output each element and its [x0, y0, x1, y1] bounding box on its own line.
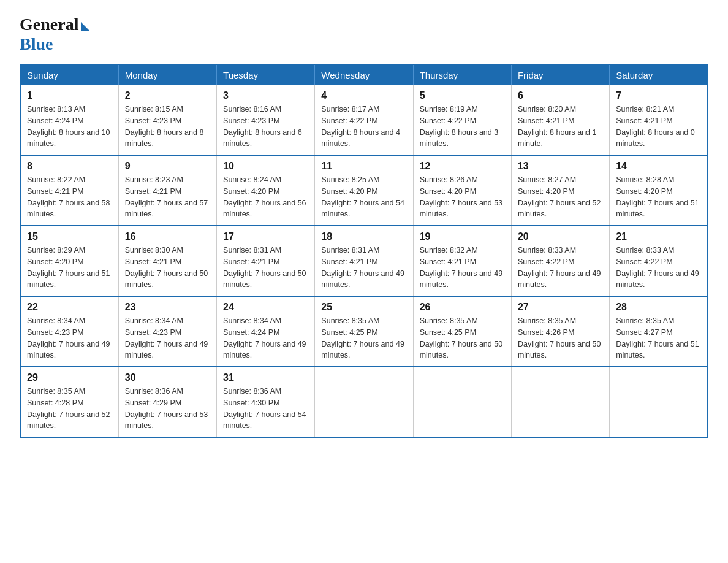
calendar-cell: 27Sunrise: 8:35 AMSunset: 4:26 PMDayligh… — [511, 296, 609, 367]
calendar-cell — [413, 367, 511, 437]
logo-blue-text: Blue — [20, 34, 53, 54]
day-info: Sunrise: 8:27 AMSunset: 4:20 PMDaylight:… — [518, 174, 603, 220]
calendar-cell: 17Sunrise: 8:31 AMSunset: 4:21 PMDayligh… — [217, 226, 315, 296]
day-number: 29 — [27, 372, 112, 383]
calendar-cell: 20Sunrise: 8:33 AMSunset: 4:22 PMDayligh… — [511, 226, 609, 296]
calendar-cell: 6Sunrise: 8:20 AMSunset: 4:21 PMDaylight… — [511, 85, 609, 155]
day-number: 22 — [27, 302, 112, 313]
calendar-cell: 24Sunrise: 8:34 AMSunset: 4:24 PMDayligh… — [217, 296, 315, 367]
calendar-cell: 22Sunrise: 8:34 AMSunset: 4:23 PMDayligh… — [20, 296, 118, 367]
calendar-cell: 8Sunrise: 8:22 AMSunset: 4:21 PMDaylight… — [20, 155, 118, 226]
day-number: 11 — [321, 161, 406, 172]
day-number: 13 — [518, 161, 603, 172]
day-info: Sunrise: 8:33 AMSunset: 4:22 PMDaylight:… — [518, 245, 603, 291]
day-info: Sunrise: 8:21 AMSunset: 4:21 PMDaylight:… — [616, 104, 701, 150]
calendar-cell: 18Sunrise: 8:31 AMSunset: 4:21 PMDayligh… — [315, 226, 413, 296]
day-info: Sunrise: 8:33 AMSunset: 4:22 PMDaylight:… — [616, 245, 701, 291]
weekday-header-wednesday: Wednesday — [315, 64, 413, 85]
day-number: 27 — [518, 302, 603, 313]
day-number: 2 — [125, 90, 210, 101]
day-info: Sunrise: 8:35 AMSunset: 4:28 PMDaylight:… — [27, 386, 112, 432]
weekday-header-saturday: Saturday — [610, 64, 708, 85]
day-number: 19 — [420, 231, 505, 242]
day-info: Sunrise: 8:19 AMSunset: 4:22 PMDaylight:… — [420, 104, 505, 150]
day-number: 15 — [27, 231, 112, 242]
weekday-header-row: SundayMondayTuesdayWednesdayThursdayFrid… — [20, 64, 708, 85]
logo-general-text: General — [20, 15, 78, 34]
day-number: 14 — [616, 161, 701, 172]
day-info: Sunrise: 8:35 AMSunset: 4:26 PMDaylight:… — [518, 315, 603, 361]
calendar-cell: 2Sunrise: 8:15 AMSunset: 4:23 PMDaylight… — [118, 85, 216, 155]
calendar-cell: 14Sunrise: 8:28 AMSunset: 4:20 PMDayligh… — [610, 155, 708, 226]
day-number: 20 — [518, 231, 603, 242]
calendar-cell: 19Sunrise: 8:32 AMSunset: 4:21 PMDayligh… — [413, 226, 511, 296]
calendar-week-row: 22Sunrise: 8:34 AMSunset: 4:23 PMDayligh… — [20, 296, 708, 367]
day-info: Sunrise: 8:16 AMSunset: 4:23 PMDaylight:… — [223, 104, 308, 150]
day-info: Sunrise: 8:15 AMSunset: 4:23 PMDaylight:… — [125, 104, 210, 150]
calendar-week-row: 15Sunrise: 8:29 AMSunset: 4:20 PMDayligh… — [20, 226, 708, 296]
day-number: 26 — [420, 302, 505, 313]
day-number: 9 — [125, 161, 210, 172]
day-info: Sunrise: 8:34 AMSunset: 4:24 PMDaylight:… — [223, 315, 308, 361]
day-info: Sunrise: 8:32 AMSunset: 4:21 PMDaylight:… — [420, 245, 505, 291]
calendar-cell — [610, 367, 708, 437]
day-number: 30 — [125, 372, 210, 383]
calendar-cell: 3Sunrise: 8:16 AMSunset: 4:23 PMDaylight… — [217, 85, 315, 155]
calendar-cell: 11Sunrise: 8:25 AMSunset: 4:20 PMDayligh… — [315, 155, 413, 226]
day-number: 24 — [223, 302, 308, 313]
day-info: Sunrise: 8:34 AMSunset: 4:23 PMDaylight:… — [27, 315, 112, 361]
day-number: 1 — [27, 90, 112, 101]
day-info: Sunrise: 8:30 AMSunset: 4:21 PMDaylight:… — [125, 245, 210, 291]
day-info: Sunrise: 8:36 AMSunset: 4:30 PMDaylight:… — [223, 386, 308, 432]
logo: General Blue — [20, 15, 89, 54]
calendar-cell: 13Sunrise: 8:27 AMSunset: 4:20 PMDayligh… — [511, 155, 609, 226]
day-info: Sunrise: 8:28 AMSunset: 4:20 PMDaylight:… — [616, 174, 701, 220]
day-info: Sunrise: 8:13 AMSunset: 4:24 PMDaylight:… — [27, 104, 112, 150]
calendar-cell: 31Sunrise: 8:36 AMSunset: 4:30 PMDayligh… — [217, 367, 315, 437]
day-info: Sunrise: 8:31 AMSunset: 4:21 PMDaylight:… — [321, 245, 406, 291]
calendar-week-row: 29Sunrise: 8:35 AMSunset: 4:28 PMDayligh… — [20, 367, 708, 437]
calendar-table: SundayMondayTuesdayWednesdayThursdayFrid… — [20, 64, 708, 438]
day-info: Sunrise: 8:20 AMSunset: 4:21 PMDaylight:… — [518, 104, 603, 150]
calendar-cell — [315, 367, 413, 437]
weekday-header-tuesday: Tuesday — [217, 64, 315, 85]
calendar-cell: 15Sunrise: 8:29 AMSunset: 4:20 PMDayligh… — [20, 226, 118, 296]
day-number: 18 — [321, 231, 406, 242]
day-info: Sunrise: 8:35 AMSunset: 4:25 PMDaylight:… — [420, 315, 505, 361]
weekday-header-sunday: Sunday — [20, 64, 118, 85]
calendar-cell: 7Sunrise: 8:21 AMSunset: 4:21 PMDaylight… — [610, 85, 708, 155]
calendar-cell: 21Sunrise: 8:33 AMSunset: 4:22 PMDayligh… — [610, 226, 708, 296]
calendar-week-row: 1Sunrise: 8:13 AMSunset: 4:24 PMDaylight… — [20, 85, 708, 155]
day-info: Sunrise: 8:25 AMSunset: 4:20 PMDaylight:… — [321, 174, 406, 220]
calendar-cell: 26Sunrise: 8:35 AMSunset: 4:25 PMDayligh… — [413, 296, 511, 367]
day-info: Sunrise: 8:35 AMSunset: 4:25 PMDaylight:… — [321, 315, 406, 361]
day-number: 23 — [125, 302, 210, 313]
day-info: Sunrise: 8:36 AMSunset: 4:29 PMDaylight:… — [125, 386, 210, 432]
calendar-cell: 28Sunrise: 8:35 AMSunset: 4:27 PMDayligh… — [610, 296, 708, 367]
day-number: 16 — [125, 231, 210, 242]
day-info: Sunrise: 8:26 AMSunset: 4:20 PMDaylight:… — [420, 174, 505, 220]
calendar-cell — [511, 367, 609, 437]
day-number: 7 — [616, 90, 701, 101]
page-header: General Blue — [20, 15, 708, 54]
day-number: 10 — [223, 161, 308, 172]
day-number: 17 — [223, 231, 308, 242]
calendar-cell: 23Sunrise: 8:34 AMSunset: 4:23 PMDayligh… — [118, 296, 216, 367]
day-info: Sunrise: 8:31 AMSunset: 4:21 PMDaylight:… — [223, 245, 308, 291]
calendar-cell: 16Sunrise: 8:30 AMSunset: 4:21 PMDayligh… — [118, 226, 216, 296]
day-info: Sunrise: 8:17 AMSunset: 4:22 PMDaylight:… — [321, 104, 406, 150]
day-info: Sunrise: 8:24 AMSunset: 4:20 PMDaylight:… — [223, 174, 308, 220]
calendar-cell: 25Sunrise: 8:35 AMSunset: 4:25 PMDayligh… — [315, 296, 413, 367]
calendar-cell: 1Sunrise: 8:13 AMSunset: 4:24 PMDaylight… — [20, 85, 118, 155]
calendar-cell: 4Sunrise: 8:17 AMSunset: 4:22 PMDaylight… — [315, 85, 413, 155]
day-number: 3 — [223, 90, 308, 101]
calendar-cell: 9Sunrise: 8:23 AMSunset: 4:21 PMDaylight… — [118, 155, 216, 226]
day-number: 12 — [420, 161, 505, 172]
calendar-cell: 30Sunrise: 8:36 AMSunset: 4:29 PMDayligh… — [118, 367, 216, 437]
day-number: 4 — [321, 90, 406, 101]
day-info: Sunrise: 8:34 AMSunset: 4:23 PMDaylight:… — [125, 315, 210, 361]
calendar-cell: 29Sunrise: 8:35 AMSunset: 4:28 PMDayligh… — [20, 367, 118, 437]
day-number: 5 — [420, 90, 505, 101]
day-number: 28 — [616, 302, 701, 313]
calendar-cell: 12Sunrise: 8:26 AMSunset: 4:20 PMDayligh… — [413, 155, 511, 226]
